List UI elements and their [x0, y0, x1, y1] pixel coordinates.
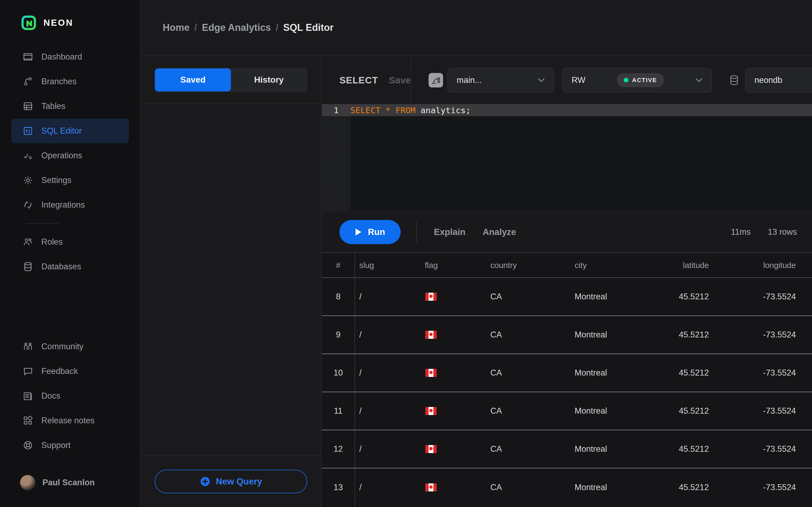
code-editor[interactable]: 1 SELECT * FROM analytics; [322, 104, 812, 211]
run-label: Run [368, 227, 385, 237]
column-header-flag: flag [419, 261, 478, 270]
cell-longitude: -73.5524 [732, 444, 812, 454]
message-icon [22, 366, 33, 377]
git-branch-icon [22, 76, 33, 87]
cell-city: Montreal [563, 330, 651, 340]
cell-latitude: 45.5212 [651, 292, 732, 301]
canada-flag-icon [425, 330, 478, 340]
table-row: 9 / CA Montreal 45.5212 -73.5524 [322, 316, 812, 354]
community-icon [22, 341, 33, 352]
sidebar-item-label: Community [41, 342, 84, 351]
table-row: 8 / CA Montreal 45.5212 -73.5524 [322, 278, 812, 316]
new-query-button[interactable]: New Query [155, 470, 307, 493]
sql-keywords: SELECT * FROM [350, 105, 416, 115]
compute-select[interactable]: RW ACTIVE [562, 68, 712, 93]
row-count: 13 rows [768, 227, 797, 237]
column-header-index: # [322, 253, 355, 277]
sidebar-item-release-notes[interactable]: Release notes [11, 408, 129, 433]
user-name: Paul Scanlon [42, 478, 95, 488]
queries-panel: Saved History New Query [141, 56, 321, 507]
cell-index: 11 [322, 392, 355, 430]
breadcrumb: Home / Edge Analytics / SQL Editor [163, 22, 334, 33]
cell-latitude: 45.5212 [651, 483, 732, 492]
sidebar-item-operations[interactable]: Operations [11, 143, 129, 168]
status-badge-label: ACTIVE [632, 77, 657, 84]
cell-longitude: -73.5524 [732, 330, 812, 340]
sidebar-item-docs[interactable]: Docs [11, 384, 129, 408]
editor-header: SELECT Save main... [322, 56, 812, 104]
cell-flag [419, 406, 478, 416]
breadcrumb-current-page: SQL Editor [283, 22, 334, 33]
sidebar-item-settings[interactable]: Settings [11, 168, 129, 192]
table-icon [22, 101, 33, 112]
cell-slug: / [355, 406, 419, 416]
canada-flag-icon [425, 444, 478, 454]
cell-flag [419, 292, 478, 301]
sidebar-item-sql-editor[interactable]: SQL Editor [11, 119, 129, 143]
breadcrumb-project[interactable]: Edge Analytics [202, 22, 271, 33]
cell-city: Montreal [563, 406, 651, 416]
breadcrumb-home[interactable]: Home [163, 22, 190, 33]
results-toolbar: Run Explain Analyze 11ms 13 rows [322, 211, 812, 252]
tab-saved[interactable]: Saved [155, 68, 231, 92]
canada-flag-icon [425, 292, 478, 301]
editor-toolbar: main... RW ACTIVE [411, 56, 812, 104]
column-header-country: country [478, 261, 563, 270]
table-row: 12 / CA Montreal 45.5212 -73.5524 [322, 430, 812, 468]
cell-longitude: -73.5524 [732, 406, 812, 416]
sidebar-item-integrations[interactable]: Integrations [11, 192, 129, 217]
cell-city: Montreal [563, 368, 651, 378]
sidebar-item-community[interactable]: Community [11, 334, 129, 359]
operations-icon [22, 150, 33, 161]
cell-index: 12 [322, 430, 355, 468]
sql-editor-panel: SELECT Save main... [322, 56, 812, 507]
sidebar-item-feedback[interactable]: Feedback [11, 359, 129, 384]
cell-flag [419, 368, 478, 378]
tab-history[interactable]: History [231, 68, 307, 92]
database-icon [22, 261, 33, 272]
sidebar: NEON Dashboard Branches [0, 0, 140, 507]
plus-circle-icon [200, 476, 210, 487]
save-button[interactable]: Save [389, 75, 411, 86]
run-button[interactable]: Run [340, 220, 401, 244]
results-table-header: # slug flag country city latitude longit… [322, 252, 812, 278]
results-table-body: 8 / CA Montreal 45.5212 -73.5524 9 / [322, 278, 812, 506]
cell-index: 13 [322, 468, 355, 506]
queries-footer: New Query [141, 455, 321, 507]
sidebar-item-label: Support [41, 441, 70, 450]
branch-compute-button[interactable] [428, 73, 443, 88]
cell-flag [419, 444, 478, 454]
sidebar-item-support[interactable]: Support [11, 433, 129, 458]
sidebar-item-label: Settings [41, 175, 71, 185]
sidebar-divider [26, 223, 59, 224]
toolbar-divider [416, 220, 417, 244]
chevron-down-icon [696, 78, 702, 82]
compute-select-value: RW [572, 75, 586, 85]
cell-slug: / [355, 483, 419, 492]
cell-latitude: 45.5212 [651, 368, 732, 378]
user-menu[interactable]: Paul Scanlon [20, 475, 140, 490]
neon-logo-icon [21, 15, 37, 31]
database-select[interactable]: neondb [745, 68, 812, 93]
cell-slug: / [355, 330, 419, 340]
analyze-button[interactable]: Analyze [483, 227, 516, 237]
sidebar-item-branches[interactable]: Branches [11, 69, 129, 94]
sidebar-item-label: Operations [41, 151, 82, 160]
explain-button[interactable]: Explain [434, 227, 465, 237]
breadcrumb-separator: / [194, 22, 197, 33]
sql-editor-icon [22, 125, 33, 136]
sidebar-item-dashboard[interactable]: Dashboard [11, 45, 129, 69]
query-tab-zone: SELECT Save [322, 56, 411, 104]
sidebar-item-databases[interactable]: Databases [11, 254, 129, 279]
cell-flag [419, 330, 478, 340]
cell-city: Montreal [563, 444, 651, 454]
branch-select[interactable]: main... [447, 68, 554, 93]
sidebar-item-roles[interactable]: Roles [11, 230, 129, 254]
neon-logo[interactable]: NEON [21, 15, 140, 31]
cell-city: Montreal [563, 292, 651, 301]
query-tab[interactable]: SELECT [340, 75, 378, 86]
sidebar-item-tables[interactable]: Tables [11, 94, 129, 119]
cell-index: 10 [322, 354, 355, 392]
results-meta: 11ms 13 rows [731, 227, 797, 237]
canada-flag-icon [425, 406, 478, 416]
